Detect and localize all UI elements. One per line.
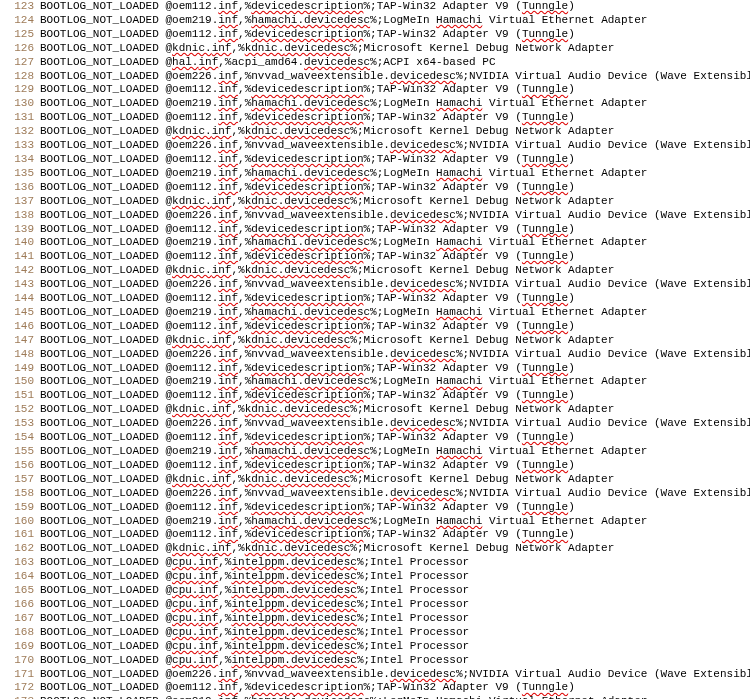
- log-line: 170 BOOTLOG_NOT_LOADED @cpu.inf,%intelpp…: [0, 654, 750, 668]
- log-line: 159 BOOTLOG_NOT_LOADED @oem112.inf,%devi…: [0, 501, 750, 515]
- log-line-content: BOOTLOG_NOT_LOADED @oem112.inf,%devicede…: [40, 292, 750, 306]
- line-number: 146: [0, 320, 40, 334]
- line-number: 147: [0, 334, 40, 348]
- log-line-content: BOOTLOG_NOT_LOADED @oem112.inf,%devicede…: [40, 681, 750, 695]
- line-number: 145: [0, 306, 40, 320]
- line-number: 162: [0, 542, 40, 556]
- line-number: 144: [0, 292, 40, 306]
- log-line: 160 BOOTLOG_NOT_LOADED @oem219.inf,%hama…: [0, 515, 750, 529]
- log-line: 129 BOOTLOG_NOT_LOADED @oem112.inf,%devi…: [0, 83, 750, 97]
- log-line: 137 BOOTLOG_NOT_LOADED @kdnic.inf,%kdnic…: [0, 195, 750, 209]
- log-line-content: BOOTLOG_NOT_LOADED @cpu.inf,%intelppm.de…: [40, 612, 750, 626]
- line-number: 167: [0, 612, 40, 626]
- log-line-content: BOOTLOG_NOT_LOADED @hal.inf,%acpi_amd64.…: [40, 56, 750, 70]
- log-line-content: BOOTLOG_NOT_LOADED @cpu.inf,%intelppm.de…: [40, 584, 750, 598]
- log-line-content: BOOTLOG_NOT_LOADED @kdnic.inf,%kdnic.dev…: [40, 473, 750, 487]
- line-number: 152: [0, 403, 40, 417]
- line-number: 140: [0, 236, 40, 250]
- line-number: 158: [0, 487, 40, 501]
- log-line: 169 BOOTLOG_NOT_LOADED @cpu.inf,%intelpp…: [0, 640, 750, 654]
- line-number: 171: [0, 668, 40, 682]
- line-number: 155: [0, 445, 40, 459]
- line-number: 143: [0, 278, 40, 292]
- log-line: 171 BOOTLOG_NOT_LOADED @oem226.inf,%nvva…: [0, 668, 750, 682]
- log-line-content: BOOTLOG_NOT_LOADED @oem112.inf,%devicede…: [40, 111, 750, 125]
- log-line-content: BOOTLOG_NOT_LOADED @cpu.inf,%intelppm.de…: [40, 598, 750, 612]
- log-line: 143 BOOTLOG_NOT_LOADED @oem226.inf,%nvva…: [0, 278, 750, 292]
- log-editor: 123 BOOTLOG_NOT_LOADED @oem112.inf,%devi…: [0, 0, 750, 699]
- log-line: 142 BOOTLOG_NOT_LOADED @kdnic.inf,%kdnic…: [0, 264, 750, 278]
- line-number: 141: [0, 250, 40, 264]
- log-line: 167 BOOTLOG_NOT_LOADED @cpu.inf,%intelpp…: [0, 612, 750, 626]
- log-line: 128 BOOTLOG_NOT_LOADED @oem226.inf,%nvva…: [0, 70, 750, 84]
- log-line-content: BOOTLOG_NOT_LOADED @kdnic.inf,%kdnic.dev…: [40, 403, 750, 417]
- line-number: 130: [0, 97, 40, 111]
- log-line: 162 BOOTLOG_NOT_LOADED @kdnic.inf,%kdnic…: [0, 542, 750, 556]
- log-line-content: BOOTLOG_NOT_LOADED @oem112.inf,%devicede…: [40, 181, 750, 195]
- log-line: 158 BOOTLOG_NOT_LOADED @oem226.inf,%nvva…: [0, 487, 750, 501]
- line-number: 131: [0, 111, 40, 125]
- line-number: 149: [0, 362, 40, 376]
- log-line-content: BOOTLOG_NOT_LOADED @oem226.inf,%nvvad_wa…: [40, 278, 750, 292]
- log-line-content: BOOTLOG_NOT_LOADED @kdnic.inf,%kdnic.dev…: [40, 125, 750, 139]
- log-line-content: BOOTLOG_NOT_LOADED @oem226.inf,%nvvad_wa…: [40, 139, 750, 153]
- log-line: 146 BOOTLOG_NOT_LOADED @oem112.inf,%devi…: [0, 320, 750, 334]
- log-line: 157 BOOTLOG_NOT_LOADED @kdnic.inf,%kdnic…: [0, 473, 750, 487]
- line-number: 139: [0, 223, 40, 237]
- log-line: 145 BOOTLOG_NOT_LOADED @oem219.inf,%hama…: [0, 306, 750, 320]
- log-line-content: BOOTLOG_NOT_LOADED @kdnic.inf,%kdnic.dev…: [40, 542, 750, 556]
- log-line-content: BOOTLOG_NOT_LOADED @oem112.inf,%devicede…: [40, 528, 750, 542]
- log-line: 144 BOOTLOG_NOT_LOADED @oem112.inf,%devi…: [0, 292, 750, 306]
- line-number: 151: [0, 389, 40, 403]
- log-line: 133 BOOTLOG_NOT_LOADED @oem226.inf,%nvva…: [0, 139, 750, 153]
- line-number: 157: [0, 473, 40, 487]
- log-line-content: BOOTLOG_NOT_LOADED @oem226.inf,%nvvad_wa…: [40, 417, 750, 431]
- line-number: 166: [0, 598, 40, 612]
- line-number: 124: [0, 14, 40, 28]
- log-line: 126 BOOTLOG_NOT_LOADED @kdnic.inf,%kdnic…: [0, 42, 750, 56]
- line-number: 148: [0, 348, 40, 362]
- log-line-content: BOOTLOG_NOT_LOADED @oem219.inf,%hamachi.…: [40, 236, 750, 250]
- log-line: 138 BOOTLOG_NOT_LOADED @oem226.inf,%nvva…: [0, 209, 750, 223]
- log-line-content: BOOTLOG_NOT_LOADED @oem112.inf,%devicede…: [40, 431, 750, 445]
- log-line-content: BOOTLOG_NOT_LOADED @oem226.inf,%nvvad_wa…: [40, 209, 750, 223]
- log-line-content: BOOTLOG_NOT_LOADED @cpu.inf,%intelppm.de…: [40, 556, 750, 570]
- log-line-content: BOOTLOG_NOT_LOADED @cpu.inf,%intelppm.de…: [40, 626, 750, 640]
- log-line: 148 BOOTLOG_NOT_LOADED @oem226.inf,%nvva…: [0, 348, 750, 362]
- log-line-content: BOOTLOG_NOT_LOADED @oem112.inf,%devicede…: [40, 83, 750, 97]
- line-number: 168: [0, 626, 40, 640]
- line-number: 165: [0, 584, 40, 598]
- log-line-content: BOOTLOG_NOT_LOADED @cpu.inf,%intelppm.de…: [40, 570, 750, 584]
- log-line: 151 BOOTLOG_NOT_LOADED @oem112.inf,%devi…: [0, 389, 750, 403]
- log-line: 163 BOOTLOG_NOT_LOADED @cpu.inf,%intelpp…: [0, 556, 750, 570]
- line-number: 160: [0, 515, 40, 529]
- line-number: 134: [0, 153, 40, 167]
- line-number: 135: [0, 167, 40, 181]
- log-line-content: BOOTLOG_NOT_LOADED @oem219.inf,%hamachi.…: [40, 515, 750, 529]
- line-number: 172: [0, 681, 40, 695]
- log-line-content: BOOTLOG_NOT_LOADED @oem112.inf,%devicede…: [40, 501, 750, 515]
- log-line-content: BOOTLOG_NOT_LOADED @oem112.inf,%devicede…: [40, 28, 750, 42]
- line-number: 123: [0, 0, 40, 14]
- log-line-content: BOOTLOG_NOT_LOADED @oem219.inf,%hamachi.…: [40, 306, 750, 320]
- log-line: 161 BOOTLOG_NOT_LOADED @oem112.inf,%devi…: [0, 528, 750, 542]
- log-line: 172 BOOTLOG_NOT_LOADED @oem112.inf,%devi…: [0, 681, 750, 695]
- log-line: 134 BOOTLOG_NOT_LOADED @oem112.inf,%devi…: [0, 153, 750, 167]
- line-number: 150: [0, 375, 40, 389]
- log-line-content: BOOTLOG_NOT_LOADED @oem226.inf,%nvvad_wa…: [40, 348, 750, 362]
- log-line-content: BOOTLOG_NOT_LOADED @oem112.inf,%devicede…: [40, 362, 750, 376]
- log-line-content: BOOTLOG_NOT_LOADED @oem226.inf,%nvvad_wa…: [40, 668, 750, 682]
- log-line-content: BOOTLOG_NOT_LOADED @oem112.inf,%devicede…: [40, 320, 750, 334]
- log-line: 149 BOOTLOG_NOT_LOADED @oem112.inf,%devi…: [0, 362, 750, 376]
- log-line: 130 BOOTLOG_NOT_LOADED @oem219.inf,%hama…: [0, 97, 750, 111]
- line-number: 170: [0, 654, 40, 668]
- log-line: 132 BOOTLOG_NOT_LOADED @kdnic.inf,%kdnic…: [0, 125, 750, 139]
- line-number: 159: [0, 501, 40, 515]
- line-number: 153: [0, 417, 40, 431]
- line-number: 125: [0, 28, 40, 42]
- log-line-content: BOOTLOG_NOT_LOADED @cpu.inf,%intelppm.de…: [40, 654, 750, 668]
- log-line-content: BOOTLOG_NOT_LOADED @oem219.inf,%hamachi.…: [40, 695, 750, 699]
- log-line-content: BOOTLOG_NOT_LOADED @oem219.inf,%hamachi.…: [40, 375, 750, 389]
- log-line-content: BOOTLOG_NOT_LOADED @oem112.inf,%devicede…: [40, 153, 750, 167]
- log-line-content: BOOTLOG_NOT_LOADED @oem219.inf,%hamachi.…: [40, 445, 750, 459]
